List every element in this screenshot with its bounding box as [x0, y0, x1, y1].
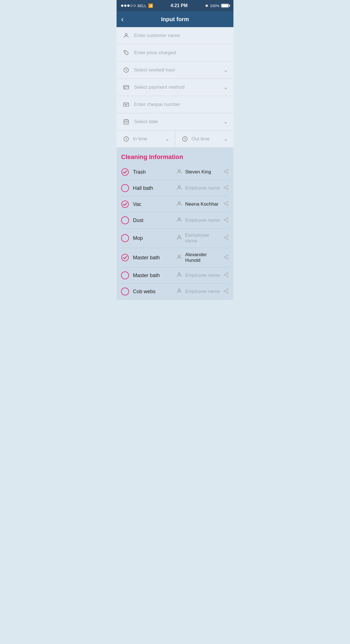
share-icon[interactable]	[223, 185, 229, 192]
card-icon	[122, 83, 130, 91]
out-time-placeholder: Out time	[192, 136, 221, 142]
cleaning-left[interactable]: Vac	[121, 200, 176, 208]
share-icon[interactable]	[223, 201, 229, 208]
task-name: Master bath	[133, 273, 160, 279]
cleaning-right[interactable]: Employee name	[176, 272, 229, 279]
svg-point-21	[122, 201, 128, 208]
cheque-number-placeholder: Enter cheque number	[134, 102, 228, 107]
in-time-chevron: ⌄	[165, 136, 169, 142]
svg-point-25	[227, 204, 228, 206]
cleaning-row: Trash Steven King	[121, 164, 229, 180]
share-icon[interactable]	[223, 235, 229, 242]
status-left: BELL 📶	[121, 3, 153, 8]
employee-name: Employee name	[185, 273, 220, 278]
unchecked-icon	[121, 216, 129, 224]
cheque-svg	[123, 101, 129, 108]
share-icon[interactable]	[223, 254, 229, 261]
cleaning-right[interactable]: Employee name	[176, 217, 229, 224]
checked-icon	[121, 200, 129, 208]
in-time-placeholder: In time	[133, 136, 162, 142]
svg-point-46	[227, 292, 228, 293]
cleaning-right[interactable]: Eemployee name	[176, 232, 229, 244]
tag-svg	[123, 50, 129, 56]
cleaning-left[interactable]: Cob webs	[121, 288, 176, 295]
cleaning-right[interactable]: Alexander Hunold	[176, 252, 229, 263]
svg-point-19	[224, 187, 225, 188]
cheque-number-field[interactable]: Enter cheque number	[117, 96, 233, 113]
employee-person-icon	[176, 288, 182, 295]
worked-hour-field[interactable]: Select worked hour ⌄	[117, 62, 233, 79]
cleaning-right[interactable]: Neena Kochhar	[176, 201, 229, 208]
payment-method-placeholder: Select payment method	[134, 84, 220, 90]
cleaning-right[interactable]: Employee name	[176, 184, 229, 192]
unchecked-icon	[121, 234, 129, 242]
svg-rect-8	[126, 122, 126, 123]
payment-method-field[interactable]: Select payment method ⌄	[117, 79, 233, 96]
task-name: Master bath	[133, 255, 160, 261]
price-charged-field[interactable]: Enter price charged	[117, 44, 233, 62]
share-icon[interactable]	[223, 288, 229, 295]
wifi-icon: 📶	[148, 3, 153, 8]
card-svg	[123, 84, 129, 90]
employee-name: Alexander Hunold	[185, 252, 220, 263]
svg-point-45	[224, 290, 225, 291]
checked-icon	[121, 254, 129, 262]
in-time-field[interactable]: In time ⌄	[117, 130, 175, 147]
out-time-field[interactable]: Out time ⌄	[175, 130, 234, 147]
bluetooth-icon: ✱	[205, 4, 208, 8]
checked-icon	[121, 168, 129, 176]
cleaning-left[interactable]: Master bath	[121, 271, 176, 279]
cleaning-left[interactable]: Dust	[121, 216, 176, 224]
dot-1	[121, 5, 123, 7]
unchecked-icon	[121, 288, 129, 295]
dot-2	[124, 5, 126, 7]
cleaning-row: Master bath Employee name	[121, 267, 229, 284]
select-date-field[interactable]: Select date ⌄	[117, 113, 233, 130]
cleaning-right[interactable]: Employee name	[176, 288, 229, 295]
cleaning-row: Dust Employee name	[121, 212, 229, 229]
employee-person-icon	[176, 272, 182, 279]
page-title: Input form	[161, 16, 189, 23]
employee-person-icon	[176, 254, 182, 261]
clock-icon	[122, 66, 130, 74]
employee-name: Employee name	[185, 185, 220, 191]
in-time-clock-svg	[123, 136, 129, 142]
task-name: Cob webs	[133, 289, 156, 295]
cleaning-row: Master bath Alexander Hunold	[121, 248, 229, 267]
cleaning-left[interactable]: Mop	[121, 234, 176, 242]
battery-fill	[222, 4, 228, 7]
dot-4	[130, 5, 133, 7]
dot-3	[127, 5, 130, 7]
svg-point-42	[227, 276, 228, 277]
cleaning-right[interactable]: Steven King	[176, 168, 229, 176]
out-time-clock-svg	[182, 136, 188, 142]
cleaning-left[interactable]: Hall bath	[121, 184, 176, 192]
cleaning-rows: Trash Steven King Hall bath	[121, 164, 229, 300]
customer-name-field[interactable]: Enter customer name	[117, 27, 233, 44]
share-icon[interactable]	[223, 169, 229, 176]
cleaning-left[interactable]: Master bath	[121, 254, 176, 262]
task-name: Vac	[133, 201, 141, 207]
employee-person-icon	[176, 168, 182, 176]
share-icon[interactable]	[223, 272, 229, 279]
in-time-clock-icon	[122, 135, 130, 143]
employee-name: Eemployee name	[185, 232, 220, 244]
svg-point-30	[178, 236, 180, 238]
svg-rect-9	[127, 122, 128, 123]
back-button[interactable]: ‹	[121, 15, 124, 23]
cleaning-title: Cleaning Information	[121, 153, 229, 161]
share-icon[interactable]	[223, 217, 229, 224]
cleaning-left[interactable]: Trash	[121, 168, 176, 176]
status-time: 4:21 PM	[170, 3, 187, 8]
unchecked-icon	[121, 184, 129, 192]
svg-point-39	[178, 273, 180, 275]
svg-rect-5	[124, 103, 129, 106]
cheque-icon	[122, 101, 130, 108]
person-svg	[123, 32, 129, 39]
svg-rect-7	[125, 122, 125, 123]
nav-bar: ‹ Input form	[117, 11, 233, 27]
svg-point-28	[224, 219, 225, 220]
employee-name: Neena Kochhar	[185, 201, 220, 207]
out-time-chevron: ⌄	[224, 136, 228, 142]
svg-point-14	[227, 169, 228, 170]
